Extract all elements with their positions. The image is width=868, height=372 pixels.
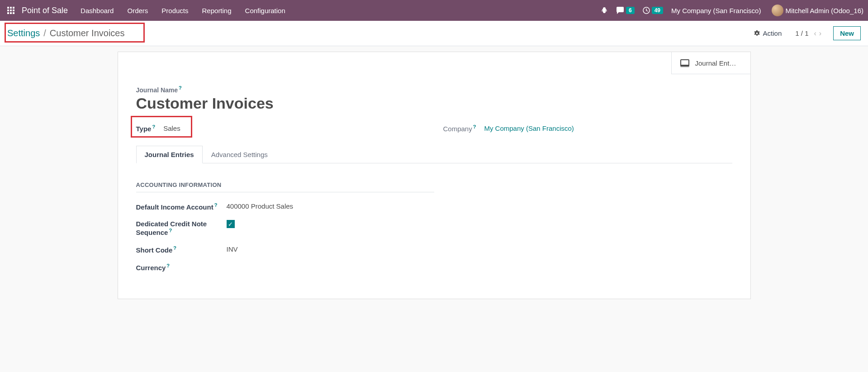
help-icon[interactable]: ? <box>166 263 170 268</box>
company-field: Company? My Company (San Francisco) <box>443 124 732 133</box>
help-icon[interactable]: ? <box>172 245 176 251</box>
company-value[interactable]: My Company (San Francisco) <box>484 124 574 132</box>
main-menu: Dashboard Orders Products Reporting Conf… <box>81 7 285 14</box>
breadcrumb-separator: / <box>43 28 46 38</box>
menu-products[interactable]: Products <box>161 7 188 14</box>
journal-name-label: Journal Name? <box>136 85 732 94</box>
action-label: Action <box>763 29 782 37</box>
default-income-label: Default Income Account? <box>136 202 227 211</box>
help-icon[interactable]: ? <box>472 124 476 129</box>
breadcrumb-current: Customer Invoices <box>50 28 125 38</box>
help-icon[interactable]: ? <box>151 124 155 129</box>
type-value[interactable]: Sales <box>163 124 180 132</box>
action-button[interactable]: Action <box>754 29 782 37</box>
app-brand[interactable]: Point of Sale <box>22 6 68 15</box>
tab-content: ACCOUNTING INFORMATION Default Income Ac… <box>136 163 732 272</box>
short-code-value[interactable]: INV <box>227 245 238 254</box>
form-sheet: Journal Ent… Journal Name? Customer Invo… <box>118 52 751 299</box>
apps-icon[interactable] <box>7 7 14 14</box>
activities-badge: 49 <box>652 7 663 14</box>
breadcrumb-parent[interactable]: Settings <box>7 28 40 38</box>
menu-configuration[interactable]: Configuration <box>245 7 285 14</box>
page-title[interactable]: Customer Invoices <box>136 95 732 112</box>
user-name: Mitchell Admin (Odoo_16) <box>785 7 863 14</box>
menu-reporting[interactable]: Reporting <box>202 7 232 14</box>
navbar-right: 6 49 My Company (San Francisco) Mitchell… <box>601 5 863 16</box>
dedicated-credit-value[interactable]: ✓ <box>227 220 235 236</box>
help-icon[interactable]: ? <box>178 85 182 91</box>
checkbox-checked-icon[interactable]: ✓ <box>227 220 235 228</box>
activities-button[interactable]: 49 <box>643 7 663 14</box>
bug-icon[interactable] <box>601 7 608 14</box>
control-panel: Settings / Customer Invoices Action 1 / … <box>0 21 868 46</box>
help-icon[interactable]: ? <box>168 228 172 233</box>
user-menu[interactable]: Mitchell Admin (Odoo_16) <box>769 5 863 16</box>
menu-dashboard[interactable]: Dashboard <box>81 7 114 14</box>
dedicated-credit-row: Dedicated Credit Note Sequence? ✓ <box>136 220 434 236</box>
pager-next[interactable]: › <box>818 29 822 38</box>
tab-journal-entries[interactable]: Journal Entries <box>136 146 203 163</box>
messaging-badge: 6 <box>626 7 635 14</box>
currency-label: Currency? <box>136 263 227 272</box>
help-icon[interactable]: ? <box>213 202 218 208</box>
gear-icon <box>754 30 760 37</box>
content-scroll[interactable]: Journal Ent… Journal Name? Customer Invo… <box>0 46 868 372</box>
short-code-row: Short Code? INV <box>136 245 434 254</box>
company-switcher[interactable]: My Company (San Francisco) <box>671 7 761 14</box>
book-icon <box>680 58 690 67</box>
section-accounting-title: ACCOUNTING INFORMATION <box>136 181 434 192</box>
avatar <box>772 5 783 16</box>
new-button[interactable]: New <box>833 26 861 40</box>
form-columns: Type? Sales Company? My Company (San Fra… <box>136 124 732 133</box>
tab-advanced-settings[interactable]: Advanced Settings <box>203 146 276 163</box>
journal-entries-stat-button[interactable]: Journal Ent… <box>671 52 750 74</box>
pager: 1 / 1 ‹ › <box>795 29 822 38</box>
default-income-account-row: Default Income Account? 400000 Product S… <box>136 202 434 211</box>
stat-button-label: Journal Ent… <box>695 59 736 67</box>
sheet-body: Journal Name? Customer Invoices Type? Sa… <box>118 74 750 299</box>
currency-row: Currency? <box>136 263 434 272</box>
menu-orders[interactable]: Orders <box>127 7 148 14</box>
type-label: Type? <box>136 124 156 133</box>
messaging-button[interactable]: 6 <box>616 7 635 14</box>
pager-prev[interactable]: ‹ <box>813 29 817 38</box>
sheet-header: Journal Ent… <box>118 52 750 74</box>
tabs: Journal Entries Advanced Settings <box>136 145 732 163</box>
type-field: Type? Sales <box>136 124 425 133</box>
top-navbar: Point of Sale Dashboard Orders Products … <box>0 0 868 21</box>
dedicated-credit-label: Dedicated Credit Note Sequence? <box>136 220 227 236</box>
breadcrumb: Settings / Customer Invoices <box>7 28 124 38</box>
default-income-value[interactable]: 400000 Product Sales <box>227 202 294 211</box>
pager-value[interactable]: 1 / 1 <box>795 29 808 37</box>
short-code-label: Short Code? <box>136 245 227 254</box>
company-label: Company? <box>443 124 476 133</box>
